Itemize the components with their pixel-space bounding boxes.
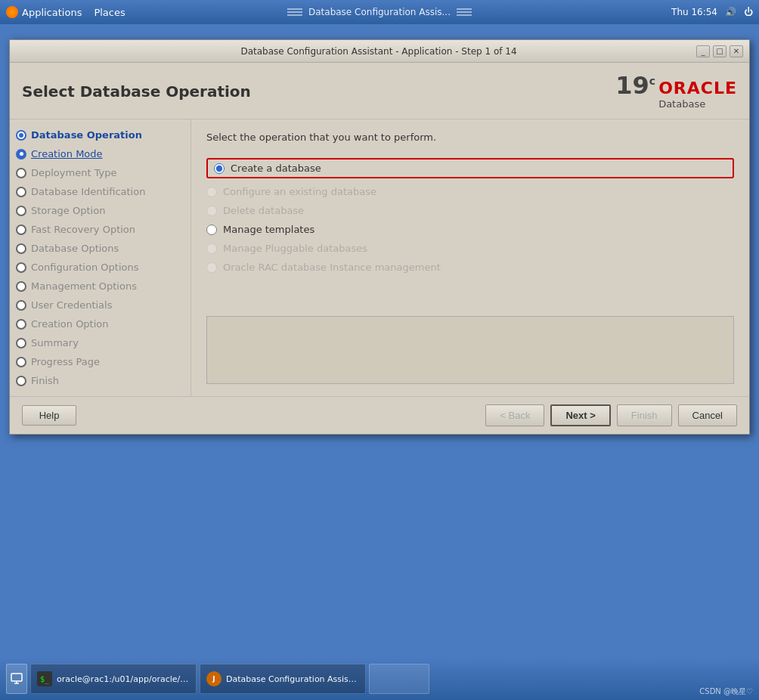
oracle-db-label: Database [658, 98, 705, 110]
sidebar-item-progress-page: Progress Page [10, 352, 191, 371]
sidebar-label-progress-page: Progress Page [31, 356, 100, 367]
sidebar-label-fast-recovery: Fast Recovery Option [31, 224, 135, 235]
sidebar-item-database-operation[interactable]: Database Operation [10, 125, 191, 144]
step-indicator-12 [16, 338, 26, 348]
sidebar-label-deployment-type: Deployment Type [31, 167, 117, 178]
clock: Thu 16:54 [671, 7, 717, 17]
step-indicator-2 [16, 149, 26, 160]
dbca-task-label: Database Configuration Assistant -... [226, 674, 359, 684]
radio-oracle-rac [206, 262, 217, 273]
radio-create-database[interactable] [214, 163, 225, 174]
step-indicator-9 [16, 281, 26, 292]
step-indicator-14 [16, 376, 26, 386]
option-configure-existing[interactable]: Configure an existing database [206, 186, 734, 197]
info-box [206, 316, 734, 384]
help-button[interactable]: Help [22, 405, 76, 426]
taskbar-empty-slot [369, 664, 429, 694]
label-manage-pluggable: Manage Pluggable databases [223, 243, 367, 254]
label-manage-templates: Manage templates [223, 224, 314, 235]
label-create-database: Create a database [231, 163, 321, 174]
sidebar-item-deployment-type: Deployment Type [10, 163, 191, 182]
cancel-button[interactable]: Cancel [678, 404, 737, 426]
sun-icon [6, 6, 18, 18]
sidebar-label-summary: Summary [31, 337, 79, 348]
taskbar-task-terminal[interactable]: $_ oracle@rac1:/u01/app/oracle/prod... [30, 664, 197, 694]
finish-button[interactable]: Finish [617, 404, 672, 426]
label-oracle-rac: Oracle RAC database Instance management [223, 262, 441, 273]
option-create-database[interactable]: Create a database [214, 163, 321, 174]
volume-icon[interactable]: 🔊 [725, 7, 736, 17]
taskbar-window-indicator: Database Configuration Assis... [284, 7, 475, 17]
sidebar-item-summary: Summary [10, 333, 191, 352]
label-configure-existing: Configure an existing database [223, 186, 376, 197]
maximize-button[interactable]: □ [713, 45, 726, 57]
sidebar-label-database-options: Database Options [31, 243, 119, 254]
step-indicator-6 [16, 225, 26, 235]
radio-configure-existing [206, 187, 217, 197]
option-oracle-rac[interactable]: Oracle RAC database Instance management [206, 262, 734, 273]
taskbar-right: Thu 16:54 🔊 ⏻ [671, 7, 753, 17]
sidebar-label-finish: Finish [31, 375, 59, 386]
step-indicator-7 [16, 243, 26, 254]
sidebar-label-database-identification: Database Identification [31, 186, 145, 197]
svg-rect-0 [11, 674, 22, 681]
sidebar-label-creation-option: Creation Option [31, 318, 109, 330]
step-indicator-1 [16, 130, 26, 141]
sidebar-item-creation-mode[interactable]: Creation Mode [10, 144, 191, 163]
applications-label[interactable]: Applications [22, 7, 82, 18]
minimize-button[interactable]: _ [696, 45, 710, 57]
operation-options: Create a database Configure an existing … [206, 158, 734, 273]
sidebar-item-user-credentials: User Credentials [10, 296, 191, 314]
power-icon[interactable]: ⏻ [744, 7, 753, 17]
radio-delete-database [206, 206, 217, 216]
sidebar-label-creation-mode: Creation Mode [31, 148, 103, 160]
grip-icon [287, 8, 302, 16]
radio-manage-templates[interactable] [206, 225, 217, 235]
sidebar-item-configuration-options: Configuration Options [10, 258, 191, 277]
sidebar-item-management-options: Management Options [10, 277, 191, 296]
step-indicator-4 [16, 187, 26, 197]
oracle-logo: 19c ORACLE Database [615, 73, 737, 110]
applications-menu[interactable]: Applications [6, 6, 82, 18]
dialog-window: Database Configuration Assistant - Appli… [9, 39, 750, 435]
step-indicator-11 [16, 319, 26, 330]
step-indicator-3 [16, 168, 26, 178]
radio-manage-pluggable [206, 243, 217, 254]
top-taskbar: Applications Places Database Configurati… [0, 0, 759, 24]
option-manage-templates[interactable]: Manage templates [206, 224, 734, 235]
page-title: Select Database Operation [22, 82, 251, 101]
step-indicator-13 [16, 357, 26, 367]
show-desktop-button[interactable] [6, 664, 27, 694]
sidebar-item-creation-option: Creation Option [10, 314, 191, 333]
dialog-titlebar: Database Configuration Assistant - Appli… [10, 40, 749, 63]
grip-icon-right [457, 8, 472, 16]
places-menu[interactable]: Places [94, 7, 125, 18]
footer-right-buttons: < Back Next > Finish Cancel [485, 404, 737, 426]
active-window-title: Database Configuration Assis... [308, 7, 451, 17]
sidebar-label-storage-option: Storage Option [31, 205, 105, 216]
dialog-body: Database Operation Creation Mode Deploym… [10, 119, 749, 396]
sidebar-label-database-operation: Database Operation [31, 129, 142, 141]
sidebar-item-finish: Finish [10, 371, 191, 390]
sidebar-label-user-credentials: User Credentials [31, 299, 112, 311]
sidebar-item-storage-option: Storage Option [10, 201, 191, 220]
terminal-icon: $_ [37, 671, 52, 686]
dialog-footer: Help < Back Next > Finish Cancel [10, 396, 749, 434]
step-indicator-10 [16, 300, 26, 311]
back-button[interactable]: < Back [485, 404, 544, 426]
close-button[interactable]: ✕ [730, 45, 743, 57]
option-manage-pluggable[interactable]: Manage Pluggable databases [206, 243, 734, 254]
dialog-title: Database Configuration Assistant - Appli… [61, 46, 696, 57]
taskbar-task-dbca[interactable]: J Database Configuration Assistant -... [200, 664, 366, 694]
desktop: Database Configuration Assistant - Appli… [0, 24, 759, 658]
sidebar: Database Operation Creation Mode Deploym… [10, 119, 191, 396]
option-delete-database[interactable]: Delete database [206, 205, 734, 216]
oracle-brand: ORACLE [658, 80, 737, 97]
next-button[interactable]: Next > [550, 404, 610, 426]
main-content: Select the operation that you want to pe… [191, 119, 749, 396]
instruction-text: Select the operation that you want to pe… [206, 132, 734, 143]
terminal-task-label: oracle@rac1:/u01/app/oracle/prod... [57, 674, 190, 684]
sidebar-item-database-options: Database Options [10, 239, 191, 258]
option-create-database-container[interactable]: Create a database [206, 158, 734, 178]
dialog-controls: _ □ ✕ [696, 45, 743, 57]
